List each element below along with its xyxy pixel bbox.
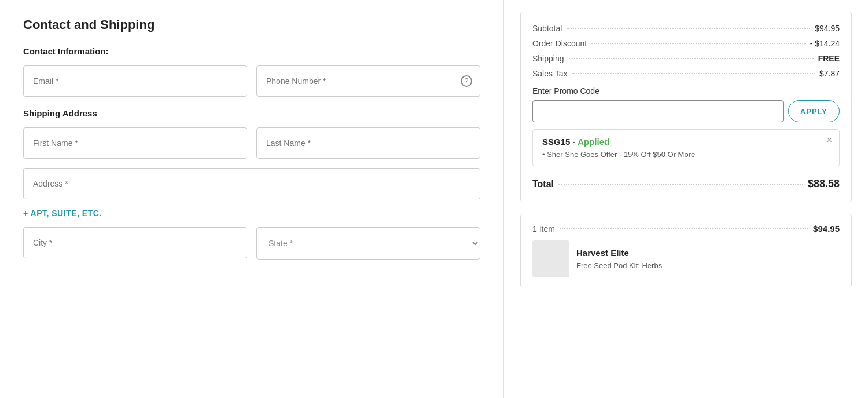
tax-label: Sales Tax <box>532 69 567 78</box>
promo-applied-block: SSG15 - Applied × Sher She Goes Offer - … <box>532 129 840 166</box>
discount-label: Order Discount <box>532 39 587 48</box>
contact-row: ? <box>23 65 480 97</box>
subtotal-dots <box>567 28 810 29</box>
product-name: Harvest Elite <box>576 248 662 258</box>
email-field-wrapper <box>23 65 247 97</box>
promo-label: Enter Promo Code <box>532 86 840 96</box>
subtotal-label: Subtotal <box>532 24 562 33</box>
shipping-label: Shipping Address <box>23 108 480 118</box>
email-input[interactable] <box>23 65 247 97</box>
first-name-field-wrapper <box>23 127 247 159</box>
item-count-row: 1 Item $94.95 <box>532 224 840 233</box>
product-sub: Free Seed Pod Kit: Herbs <box>576 261 662 270</box>
shipping-dots <box>569 58 814 59</box>
address-input[interactable] <box>23 168 480 199</box>
last-name-field-wrapper <box>256 127 480 159</box>
page-title: Contact and Shipping <box>23 17 480 32</box>
shipping-section: Shipping Address + APT, SUITE, ETC. <box>23 108 480 260</box>
total-value: $88.58 <box>808 178 840 190</box>
promo-input[interactable] <box>532 100 784 122</box>
promo-close-button[interactable]: × <box>827 136 832 145</box>
contact-label: Contact Information: <box>23 46 480 56</box>
total-dots <box>558 184 803 185</box>
subtotal-row: Subtotal $94.95 <box>532 24 840 33</box>
state-select[interactable]: State * Alabama Alaska Arizona Arkansas … <box>256 227 480 260</box>
promo-row: APPLY <box>532 100 840 122</box>
promo-code-text: SSG15 <box>542 137 570 147</box>
promo-code-line: SSG15 - Applied <box>542 137 830 147</box>
subtotal-value: $94.95 <box>815 24 840 33</box>
item-detail-row: Harvest Elite Free Seed Pod Kit: Herbs <box>532 240 840 277</box>
total-row: Total $88.58 <box>532 176 840 190</box>
last-name-input[interactable] <box>256 127 480 159</box>
tax-dots <box>572 73 815 74</box>
city-input[interactable] <box>23 227 247 258</box>
item-summary: 1 Item $94.95 Harvest Elite Free Seed Po… <box>520 214 852 287</box>
name-row <box>23 127 480 159</box>
items-label: 1 Item <box>532 224 555 233</box>
phone-field-wrapper: ? <box>256 65 480 97</box>
order-summary: Subtotal $94.95 Order Discount - $14.24 … <box>520 12 852 202</box>
promo-status-text: Applied <box>578 137 609 147</box>
discount-dots <box>591 43 805 44</box>
items-value: $94.95 <box>813 224 840 233</box>
discount-value: - $14.24 <box>810 39 840 48</box>
tax-row: Sales Tax $7.87 <box>532 69 840 78</box>
shipping-label: Shipping <box>532 54 564 63</box>
state-field-wrapper: State * Alabama Alaska Arizona Arkansas … <box>256 227 480 260</box>
city-field-wrapper <box>23 227 247 260</box>
right-panel: Subtotal $94.95 Order Discount - $14.24 … <box>503 0 868 398</box>
product-info: Harvest Elite Free Seed Pod Kit: Herbs <box>576 248 662 270</box>
promo-section: Enter Promo Code APPLY SSG15 - Applied ×… <box>532 86 840 166</box>
phone-input[interactable] <box>256 65 480 97</box>
apt-suite-link[interactable]: + APT, SUITE, ETC. <box>23 209 102 218</box>
city-state-row: State * Alabama Alaska Arizona Arkansas … <box>23 227 480 260</box>
apply-button[interactable]: APPLY <box>788 100 840 122</box>
discount-row: Order Discount - $14.24 <box>532 39 840 48</box>
left-panel: Contact and Shipping Contact Information… <box>0 0 503 398</box>
product-image <box>532 240 569 277</box>
total-label: Total <box>532 179 554 189</box>
address-row <box>23 168 480 199</box>
shipping-row: Shipping FREE <box>532 54 840 63</box>
address-field-wrapper <box>23 168 480 199</box>
shipping-value: FREE <box>818 54 840 63</box>
contact-section: Contact Information: ? <box>23 46 480 97</box>
promo-separator: - <box>573 137 578 147</box>
tax-value: $7.87 <box>819 69 840 78</box>
items-dots <box>560 228 808 229</box>
first-name-input[interactable] <box>23 127 247 159</box>
promo-description: Sher She Goes Offer - 15% Off $50 Or Mor… <box>542 150 830 159</box>
